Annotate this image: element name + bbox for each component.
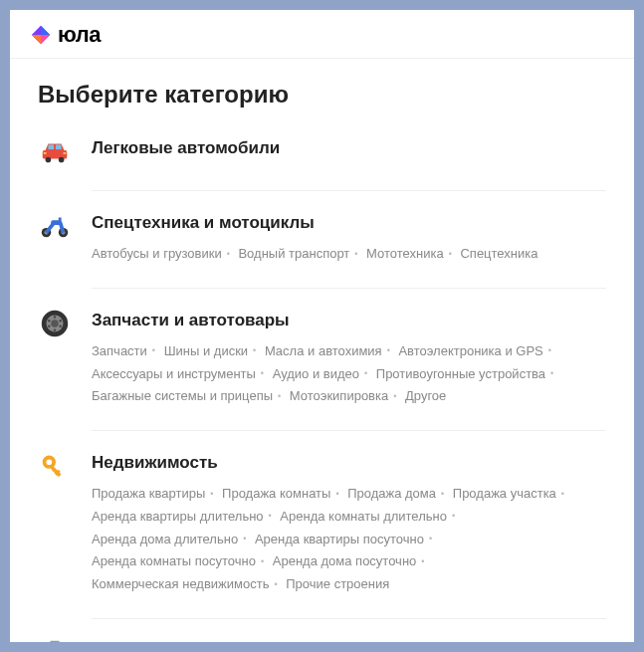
category-body: НедвижимостьПродажа квартиры• Продажа ко… [92, 453, 606, 619]
subcategory-link[interactable]: Водный транспорт [238, 246, 349, 261]
subcategory-link[interactable]: Автобусы и грузовики [92, 246, 222, 261]
subcategory-link[interactable]: Автоэлектроника и GPS [398, 343, 542, 358]
separator-dot: • [556, 489, 569, 499]
category-title[interactable]: Легковые автомобили [92, 138, 606, 158]
separator-dot: • [256, 556, 269, 566]
separator-dot: • [256, 368, 269, 378]
separator-dot: • [269, 579, 282, 589]
subcategory-link[interactable]: Коммерческая недвижимость [92, 576, 269, 591]
separator-dot: • [416, 556, 429, 566]
subcategory-link[interactable]: Продажа дома [347, 486, 436, 501]
separator-dot: • [222, 249, 235, 259]
subcategory-link[interactable]: Шины и диски [164, 343, 248, 358]
subcategory-link[interactable]: Масла и автохимия [265, 343, 382, 358]
svg-point-21 [59, 320, 61, 322]
parts-icon [38, 307, 72, 340]
category-title[interactable]: Недвижимость [92, 453, 606, 473]
separator-dot: • [264, 511, 277, 521]
subcategory-link[interactable]: Продажа участка [453, 486, 556, 501]
category-moto: Спецтехника и мотоциклыАвтобусы и грузов… [38, 213, 606, 289]
separator-dot: • [238, 534, 251, 543]
content: Выберите категорию Легковые автомобилиСп… [10, 59, 634, 642]
subcategory-link[interactable]: Спецтехника [460, 246, 537, 261]
subcategory-list: Продажа квартиры• Продажа комнаты• Прода… [92, 483, 606, 596]
subcategory-link[interactable]: Аренда комнаты посуточно [92, 553, 256, 568]
svg-rect-9 [44, 152, 47, 154]
svg-point-7 [46, 157, 52, 163]
category-cars: Легковые автомобили [38, 138, 606, 191]
categories-list: Легковые автомобилиСпецтехника и мотоцик… [38, 138, 606, 642]
separator-dot: • [424, 534, 437, 543]
svg-marker-2 [41, 35, 50, 44]
moto-icon [38, 209, 72, 243]
category-services: УслугиРемонт и строительство• Мастер на … [38, 641, 606, 642]
subcategory-link[interactable]: Прочие строения [286, 576, 389, 591]
separator-dot: • [388, 391, 401, 401]
page-title: Выберите категорию [38, 81, 606, 109]
subcategory-list: Автобусы и грузовики• Водный транспорт• … [92, 243, 606, 266]
cars-icon [38, 134, 72, 168]
category-realty: НедвижимостьПродажа квартиры• Продажа ко… [38, 453, 606, 619]
svg-point-25 [48, 320, 50, 322]
svg-point-23 [54, 328, 56, 330]
svg-rect-6 [56, 144, 62, 149]
separator-dot: • [349, 249, 362, 259]
separator-dot: • [543, 345, 556, 355]
app-frame: юла Выберите категорию Легковые автомоби… [10, 10, 634, 642]
subcategory-list: Запчасти• Шины и диски• Масла и автохими… [92, 340, 606, 408]
svg-rect-10 [64, 152, 67, 154]
svg-marker-1 [41, 26, 50, 35]
svg-rect-5 [48, 144, 54, 149]
separator-dot: • [205, 489, 218, 499]
subcategory-link[interactable]: Аренда квартиры посуточно [255, 532, 424, 546]
separator-dot: • [147, 345, 160, 355]
svg-rect-4 [43, 150, 68, 159]
category-body: Спецтехника и мотоциклыАвтобусы и грузов… [92, 213, 606, 289]
category-title[interactable]: Услуги [92, 641, 606, 642]
category-body: Легковые автомобили [92, 138, 606, 191]
header: юла [10, 10, 634, 59]
brand-text[interactable]: юла [58, 22, 101, 48]
svg-point-27 [47, 459, 53, 465]
subcategory-link[interactable]: Мототехника [366, 246, 444, 261]
category-title[interactable]: Запчасти и автотовары [92, 311, 606, 330]
subcategory-link[interactable]: Аренда комнаты длительно [280, 509, 447, 524]
separator-dot: • [382, 345, 395, 355]
svg-point-8 [59, 157, 65, 163]
svg-rect-16 [59, 218, 62, 224]
separator-dot: • [545, 368, 558, 378]
svg-point-19 [51, 320, 59, 327]
separator-dot: • [444, 249, 457, 259]
separator-dot: • [359, 368, 372, 378]
separator-dot: • [248, 345, 261, 355]
svg-marker-3 [32, 35, 41, 44]
category-body: Запчасти и автотоварыЗапчасти• Шины и ди… [92, 311, 606, 431]
svg-point-22 [59, 325, 61, 326]
category-title[interactable]: Спецтехника и мотоциклы [92, 213, 606, 233]
subcategory-link[interactable]: Багажные системы и прицепы [92, 388, 273, 403]
subcategory-link[interactable]: Мотоэкипировка [290, 388, 388, 403]
separator-dot: • [273, 391, 286, 401]
svg-point-24 [48, 325, 50, 326]
separator-dot: • [447, 511, 460, 521]
subcategory-link[interactable]: Аренда квартиры длительно [92, 509, 264, 524]
separator-dot: • [436, 489, 449, 499]
realty-icon [38, 449, 72, 483]
separator-dot: • [330, 489, 343, 499]
category-body: УслугиРемонт и строительство• Мастер на … [92, 641, 606, 642]
subcategory-link[interactable]: Аудио и видео [273, 366, 359, 381]
svg-rect-32 [50, 641, 59, 642]
services-icon [38, 637, 72, 642]
logo-icon [30, 24, 52, 46]
subcategory-link[interactable]: Запчасти [92, 343, 147, 358]
subcategory-link[interactable]: Аксессуары и инструменты [92, 366, 256, 381]
category-parts: Запчасти и автотоварыЗапчасти• Шины и ди… [38, 311, 606, 431]
subcategory-link[interactable]: Другое [405, 388, 446, 403]
subcategory-link[interactable]: Аренда дома посуточно [273, 553, 417, 568]
subcategory-link[interactable]: Продажа квартиры [92, 486, 205, 501]
svg-point-20 [54, 316, 56, 318]
subcategory-link[interactable]: Продажа комнаты [222, 486, 330, 501]
subcategory-link[interactable]: Противоугонные устройства [376, 366, 545, 381]
subcategory-link[interactable]: Аренда дома длительно [92, 532, 238, 546]
